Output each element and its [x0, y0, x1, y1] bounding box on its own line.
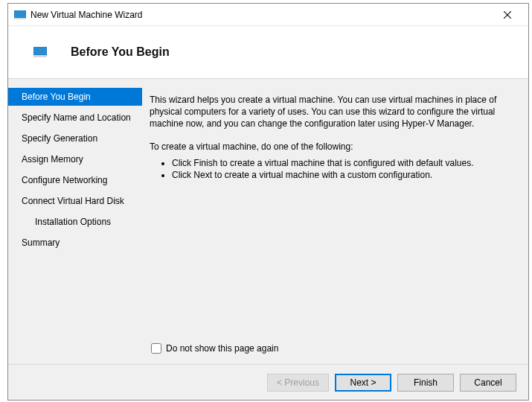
steps-sidebar: Before You Begin Specify Name and Locati… [8, 83, 142, 364]
finish-button[interactable]: Finish [397, 374, 454, 392]
do-not-show-row: Do not show this page again [150, 343, 512, 354]
svg-rect-4 [33, 47, 47, 55]
svg-rect-5 [33, 55, 47, 57]
cancel-button[interactable]: Cancel [460, 374, 516, 392]
window-title: New Virtual Machine Wizard [31, 10, 493, 20]
sidebar-item-installation-options[interactable]: Installation Options [8, 213, 142, 231]
do-not-show-label: Do not show this page again [166, 343, 278, 354]
sidebar-item-assign-memory[interactable]: Assign Memory [8, 150, 142, 168]
intro-text: This wizard helps you create a virtual m… [150, 94, 512, 130]
svg-rect-1 [14, 18, 26, 19]
svg-rect-0 [14, 10, 26, 18]
bullet-next-custom: Click Next to create a virtual machine w… [172, 169, 512, 181]
close-icon [504, 11, 511, 19]
wizard-icon [33, 47, 47, 57]
sidebar-item-summary[interactable]: Summary [8, 234, 142, 252]
close-button[interactable] [493, 4, 522, 25]
sidebar-item-before-you-begin[interactable]: Before You Begin [8, 88, 142, 106]
do-not-show-checkbox[interactable] [151, 343, 161, 354]
next-button[interactable]: Next > [335, 374, 391, 392]
titlebar: New Virtual Machine Wizard [8, 4, 528, 26]
wizard-window: New Virtual Machine Wizard Before You Be… [7, 3, 529, 401]
page-heading: Before You Begin [71, 45, 170, 59]
create-prompt: To create a virtual machine, do one of t… [150, 141, 512, 153]
sidebar-item-configure-networking[interactable]: Configure Networking [8, 171, 142, 189]
content-panel: This wizard helps you create a virtual m… [142, 83, 528, 364]
previous-button: < Previous [267, 374, 329, 392]
header: Before You Begin [8, 26, 528, 78]
sidebar-item-specify-generation[interactable]: Specify Generation [8, 130, 142, 147]
app-icon [14, 9, 26, 21]
options-list: Click Finish to create a virtual machine… [150, 157, 512, 181]
sidebar-item-specify-name[interactable]: Specify Name and Location [8, 109, 142, 127]
wizard-body: Before You Begin Specify Name and Locati… [8, 78, 528, 364]
footer: < Previous Next > Finish Cancel [8, 364, 528, 400]
sidebar-item-connect-disk[interactable]: Connect Virtual Hard Disk [8, 192, 142, 210]
bullet-finish-default: Click Finish to create a virtual machine… [172, 157, 512, 169]
